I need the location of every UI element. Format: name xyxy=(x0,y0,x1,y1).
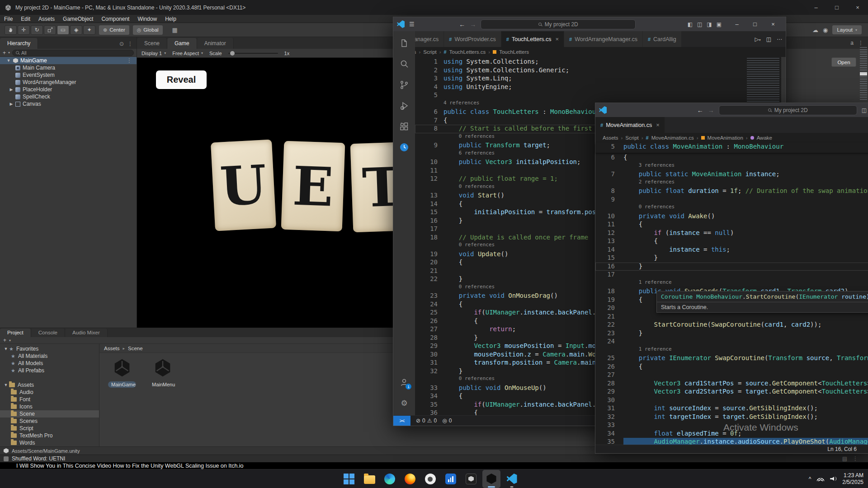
account-icon[interactable]: ◉ xyxy=(823,27,828,33)
scale-slider[interactable] xyxy=(228,53,278,54)
menu-gameobject[interactable]: GameObject xyxy=(59,15,97,23)
assets-header[interactable]: ▼Assets xyxy=(0,381,99,389)
run-button[interactable]: ▷▾ xyxy=(755,36,760,42)
monitor-icon[interactable] xyxy=(442,470,460,488)
folder-item[interactable]: Scene xyxy=(0,410,99,418)
hidden-icons-chevron[interactable]: ^ xyxy=(809,476,811,482)
code-line[interactable]: 6{ xyxy=(595,154,868,162)
letter-card[interactable]: U xyxy=(211,140,276,231)
codelens-references[interactable]: 1 reference xyxy=(595,346,868,355)
menu-help[interactable]: Help xyxy=(161,15,180,23)
code-line[interactable]: 10 private void Awake() xyxy=(595,212,868,221)
breadcrumb-item[interactable]: Script xyxy=(625,135,638,141)
code-line[interactable]: 11 { xyxy=(595,221,868,229)
collapse-arrow-icon[interactable]: ▼ xyxy=(4,347,8,351)
back-icon[interactable]: ← xyxy=(697,107,703,114)
unity-hub-icon[interactable] xyxy=(462,470,480,488)
editor-tab[interactable]: #MoveAnimation.cs× xyxy=(595,117,665,133)
menu-assets[interactable]: Assets xyxy=(34,15,59,23)
menu-edit[interactable]: Edit xyxy=(17,15,34,23)
command-center-search[interactable]: My project 2D xyxy=(481,19,636,29)
hierarchy-scene-row[interactable]: ▼ MainGame ⋮ xyxy=(0,57,137,64)
favorites-header[interactable]: ▼★Favorites xyxy=(0,345,99,352)
code-line[interactable]: 7 public static MoveAnimation instance; xyxy=(595,170,868,179)
customize-layout-icon[interactable]: ◫ xyxy=(862,107,867,113)
sticky-scroll[interactable]: 5public class MoveAnimation : MonoBehavi… xyxy=(595,143,868,153)
code-line[interactable]: 25 private IEnumerator SwapCoroutine(Tra… xyxy=(595,354,868,363)
scene-menu-icon[interactable]: ⋮ xyxy=(127,57,132,64)
hierarchy-item[interactable]: ▶PlaceHolder xyxy=(0,86,137,93)
code-line[interactable]: 3using System.Linq; xyxy=(415,75,748,83)
aspect-dropdown[interactable]: Free Aspect▾ xyxy=(172,51,203,56)
code-line[interactable]: 2using System.Collections.Generic; xyxy=(415,66,748,75)
extensions-icon[interactable] xyxy=(393,116,415,137)
tab-animator[interactable]: Animator xyxy=(197,38,234,49)
snap-grid-icon[interactable]: ▦ xyxy=(169,25,181,35)
code-line[interactable]: 16 } xyxy=(595,263,868,271)
layout-dropdown[interactable]: Layout▾ xyxy=(832,25,862,34)
breadcrumb-item[interactable]: Assets xyxy=(603,135,618,141)
minimize-button[interactable]: – xyxy=(728,17,746,31)
code-line[interactable]: 29 Vector3 card2StartPos = target.GetCom… xyxy=(595,388,868,396)
open-button[interactable]: Open xyxy=(831,57,856,67)
pan-tool-icon[interactable] xyxy=(5,25,17,35)
explorer-icon[interactable] xyxy=(393,33,415,54)
code-line[interactable]: 9 xyxy=(595,196,868,204)
account-icon[interactable]: 1 xyxy=(393,372,415,393)
tab-game[interactable]: Game xyxy=(167,38,197,49)
hierarchy-search-input[interactable]: All xyxy=(12,50,134,56)
breadcrumb-item[interactable]: Script xyxy=(423,49,436,55)
hierarchy-item[interactable]: EventSystem xyxy=(0,71,137,79)
letter-card[interactable]: E xyxy=(281,141,345,232)
breadcrumb-item[interactable]: MoveAnimation xyxy=(708,135,743,141)
transform-tool-icon[interactable]: ◈ xyxy=(70,25,82,35)
add-asset-button[interactable]: + xyxy=(3,337,6,343)
maximize-button[interactable]: □ xyxy=(746,17,764,31)
close-tab-icon[interactable]: × xyxy=(556,36,559,42)
source-control-icon[interactable] xyxy=(393,75,415,95)
code-line[interactable]: 32 int targetIndex = target.GetSiblingIn… xyxy=(595,413,868,422)
more-actions-icon[interactable]: ⋯ xyxy=(777,36,782,42)
codelens-references[interactable]: 1 reference xyxy=(595,279,868,288)
menu-file[interactable]: File xyxy=(0,15,17,23)
code-line[interactable]: 14 instance = this; xyxy=(595,246,868,254)
split-editor-icon[interactable]: ◫ xyxy=(766,36,771,42)
code-line[interactable]: 26 { xyxy=(595,363,868,371)
rect-tool-icon[interactable]: ▭ xyxy=(57,25,69,35)
menu-window[interactable]: Window xyxy=(133,15,161,23)
breadcrumb-item[interactable]: MoveAnimation.cs xyxy=(651,135,694,141)
code-line[interactable]: 31 int sourceIndex = source.GetSiblingIn… xyxy=(595,404,868,413)
code-line[interactable]: 5public class MoveAnimation : MonoBehavi… xyxy=(595,143,868,151)
slider-knob[interactable] xyxy=(230,51,235,56)
activity-icon[interactable]: ⋮ xyxy=(853,455,858,462)
code-line[interactable]: 23 } xyxy=(595,329,868,338)
favorites-item[interactable]: ★All Models xyxy=(0,360,99,367)
breadcrumb-item[interactable]: TouchLetters xyxy=(499,49,529,55)
toggle-sidebar-icon[interactable]: ◧ xyxy=(688,21,693,28)
command-center-search[interactable]: My project 2D xyxy=(719,105,857,115)
codelens-references[interactable]: 2 references xyxy=(595,179,868,188)
breadcrumb-item[interactable]: TouchLetters.cs xyxy=(449,49,486,55)
search-icon[interactable] xyxy=(393,54,415,75)
codelens-references[interactable]: 0 references xyxy=(595,204,868,212)
close-button[interactable]: × xyxy=(764,17,782,31)
folder-item[interactable]: Audio xyxy=(0,389,99,396)
unity-statusbar[interactable]: Shuffled Word: UETNI ▤⋮ xyxy=(0,455,868,462)
scene-file[interactable]: MainGame xyxy=(108,357,136,388)
forward-icon[interactable]: → xyxy=(470,21,476,28)
panel-menu-icon[interactable]: ⋮ xyxy=(858,40,863,46)
hierarchy-item[interactable]: Main Camera xyxy=(0,64,137,71)
hierarchy-item[interactable]: WordArrangeManager xyxy=(0,79,137,86)
collapse-arrow-icon[interactable]: ▼ xyxy=(6,58,11,63)
obs-icon[interactable] xyxy=(421,470,439,488)
panel-menu-icon[interactable]: ⋮ xyxy=(127,41,133,47)
folder-item[interactable]: Script xyxy=(0,425,99,432)
code-line[interactable]: 5 xyxy=(415,91,748,100)
remote-indicator[interactable]: >< xyxy=(393,416,410,426)
volume-icon[interactable] xyxy=(830,477,836,481)
settings-icon[interactable]: ⚙ xyxy=(393,393,415,413)
code-line[interactable]: 22 StartCoroutine(SwapCoroutine(card1, c… xyxy=(595,321,868,329)
hierarchy-item[interactable]: ▶Canvas xyxy=(0,100,137,108)
remote-clock-icon[interactable] xyxy=(393,137,415,158)
problems-indicator[interactable]: ⊘0⚠0 xyxy=(416,418,437,424)
